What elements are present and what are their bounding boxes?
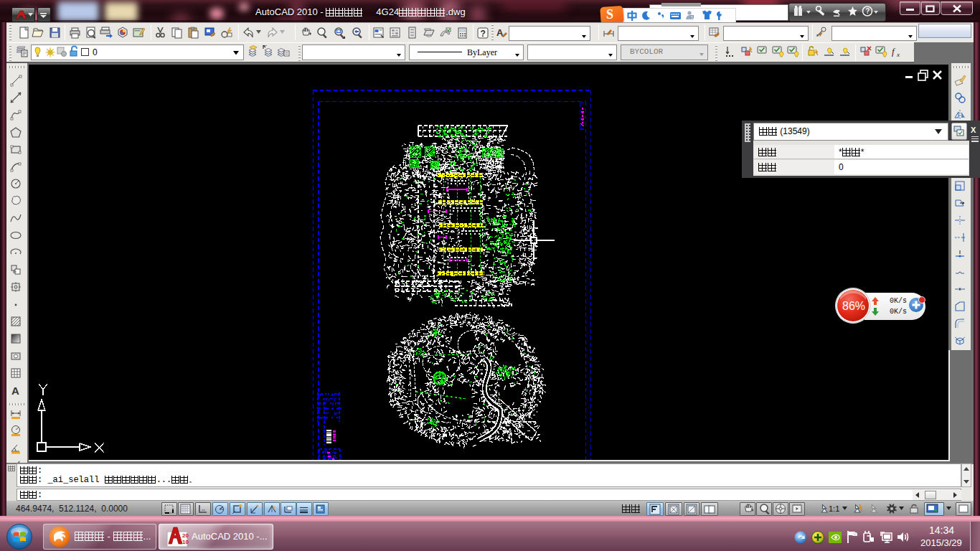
svg-text:5: 5 xyxy=(691,15,693,19)
svg-text:f: f xyxy=(892,46,896,57)
svg-text:86%: 86% xyxy=(842,300,865,312)
svg-text:A: A xyxy=(11,385,19,397)
svg-text:x: x xyxy=(896,51,900,58)
svg-text:20: 20 xyxy=(182,532,189,539)
svg-text:?: ? xyxy=(865,7,870,15)
svg-text:?: ? xyxy=(481,29,486,39)
svg-text:10: 10 xyxy=(182,539,189,545)
